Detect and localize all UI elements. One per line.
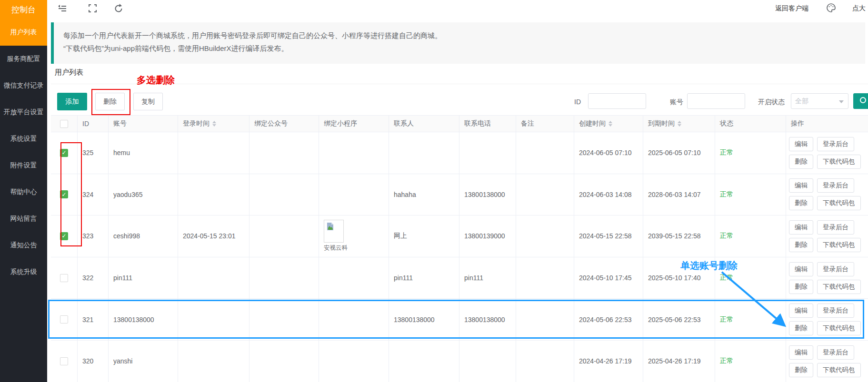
- header-official-account: 绑定公众号: [249, 116, 319, 132]
- cell-contact: pin111: [389, 257, 459, 299]
- row-checkbox[interactable]: [60, 190, 68, 198]
- edit-button[interactable]: 编辑: [789, 304, 813, 318]
- admin-console-page: 控制台 用户列表 服务商配置 微信支付记录 开放平台设置 系统设置 附件设置 帮…: [0, 0, 868, 382]
- login-backend-button[interactable]: 登录后台: [817, 262, 854, 276]
- status-badge: 正常: [715, 257, 786, 299]
- cell-id: 323: [78, 215, 109, 257]
- edit-button[interactable]: 编辑: [789, 262, 813, 276]
- id-filter-input[interactable]: [588, 93, 646, 109]
- edit-button[interactable]: 编辑: [789, 137, 813, 151]
- row-delete-button[interactable]: 删除: [789, 363, 813, 377]
- fullscreen-icon[interactable]: [88, 4, 98, 13]
- login-backend-button[interactable]: 登录后台: [817, 304, 854, 318]
- table-row: 321 13800138000 13800138000 13800138000 …: [51, 299, 868, 341]
- delete-button[interactable]: 删除: [95, 93, 125, 110]
- status-filter-select[interactable]: 全部: [791, 93, 848, 109]
- banner-line-1: 每添加一个用户代表新开一个商城系统，用户用账号密码登录后即可绑定自己的公众号、小…: [63, 29, 860, 42]
- status-filter-label: 开启状态: [758, 98, 785, 107]
- sidebar-item-notice[interactable]: 通知公告: [0, 232, 47, 259]
- cell-mini-program: [319, 341, 389, 382]
- cell-remark: [516, 215, 574, 257]
- row-checkbox[interactable]: [60, 149, 68, 157]
- login-backend-button[interactable]: 登录后台: [817, 178, 854, 193]
- cell-phone: 13800139000: [459, 215, 516, 257]
- cell-login-time: [178, 132, 249, 174]
- cell-account: 13800138000: [109, 299, 178, 340]
- refresh-icon[interactable]: [114, 4, 123, 13]
- cell-remark: [516, 299, 574, 340]
- login-backend-button[interactable]: 登录后台: [817, 220, 854, 235]
- search-button[interactable]: [853, 93, 868, 109]
- header-remark: 备注: [516, 116, 574, 132]
- row-checkbox[interactable]: [60, 357, 68, 365]
- add-button[interactable]: 添加: [57, 93, 87, 110]
- download-package-button[interactable]: 下载代码包: [817, 363, 861, 377]
- account-filter-label: 账号: [670, 98, 683, 107]
- row-delete-button[interactable]: 删除: [789, 155, 813, 169]
- copy-button[interactable]: 复制: [133, 93, 163, 110]
- account-filter-input[interactable]: [687, 93, 745, 109]
- sidebar-item-site-messages[interactable]: 网站留言: [0, 206, 47, 232]
- row-delete-button[interactable]: 删除: [789, 321, 813, 335]
- cell-mini-program: 安视云科: [319, 215, 389, 257]
- theme-palette-icon[interactable]: [826, 3, 836, 12]
- header-account: 账号: [109, 116, 178, 132]
- sort-icon[interactable]: [678, 121, 681, 127]
- download-package-button[interactable]: 下载代码包: [817, 238, 861, 252]
- sidebar-item-attachment-settings[interactable]: 附件设置: [0, 152, 47, 179]
- row-delete-button[interactable]: 删除: [789, 196, 813, 210]
- cell-remark: [516, 341, 574, 382]
- row-delete-button[interactable]: 删除: [789, 280, 813, 294]
- collapse-menu-icon[interactable]: [58, 4, 67, 13]
- brand-text[interactable]: 点大: [852, 4, 866, 13]
- table-row: 323 ceshi998 2024-05-15 23:01 安视云科 网上 13…: [51, 215, 868, 257]
- row-delete-button[interactable]: 删除: [789, 238, 813, 252]
- header-contact: 联系人: [389, 116, 459, 132]
- edit-button[interactable]: 编辑: [789, 345, 813, 360]
- cell-login-time: 2024-05-15 23:01: [178, 215, 249, 257]
- edit-button[interactable]: 编辑: [789, 178, 813, 193]
- sidebar-item-provider-config[interactable]: 服务商配置: [0, 46, 47, 72]
- cell-official-account: [249, 215, 319, 257]
- row-checkbox[interactable]: [60, 315, 68, 323]
- sidebar-item-open-platform[interactable]: 开放平台设置: [0, 99, 47, 126]
- sort-icon[interactable]: [609, 121, 612, 127]
- status-badge: 正常: [715, 341, 786, 382]
- cell-id: 321: [78, 299, 109, 340]
- actions-cell: 编辑登录后台 删除下载代码包: [786, 215, 868, 257]
- sidebar-item-help-center[interactable]: 帮助中心: [0, 179, 47, 206]
- back-to-client-link[interactable]: 返回客户端: [775, 4, 808, 13]
- table-header-row: ID 账号 登录时间 绑定公众号 绑定小程序 联系人 联系电话 备注 创建时间 …: [51, 115, 868, 132]
- info-banner: 每添加一个用户代表新开一个商城系统，用户用账号密码登录后即可绑定自己的公众号、小…: [51, 22, 865, 64]
- download-package-button[interactable]: 下载代码包: [817, 280, 861, 294]
- edit-button[interactable]: 编辑: [789, 220, 813, 235]
- cell-account: yaodu365: [109, 174, 178, 215]
- sidebar-item-user-list[interactable]: 用户列表: [0, 19, 47, 46]
- cell-id: 324: [78, 174, 109, 215]
- download-package-button[interactable]: 下载代码包: [817, 155, 861, 169]
- sidebar-item-system-settings[interactable]: 系统设置: [0, 126, 47, 152]
- cell-mini-program: [319, 174, 389, 215]
- cell-login-time: [178, 299, 249, 340]
- cell-remark: [516, 257, 574, 299]
- header-id: ID: [78, 116, 109, 132]
- table-row: 324 yaodu365 hahaha 13800138000 2024-06-…: [51, 174, 868, 216]
- cell-remark: [516, 174, 574, 215]
- row-checkbox[interactable]: [60, 232, 68, 240]
- cell-phone: [459, 341, 516, 382]
- download-package-button[interactable]: 下载代码包: [817, 196, 861, 210]
- annotation-multi-delete-label: 多选删除: [137, 74, 175, 87]
- status-badge: 正常: [715, 215, 786, 257]
- row-checkbox[interactable]: [60, 274, 68, 282]
- cell-create-time: 2024-04-26 17:19: [574, 341, 643, 382]
- login-backend-button[interactable]: 登录后台: [817, 137, 854, 151]
- cell-id: 322: [78, 257, 109, 299]
- select-all-checkbox[interactable]: [60, 120, 68, 128]
- sort-icon[interactable]: [212, 121, 216, 127]
- cell-contact: hahaha: [389, 174, 459, 215]
- login-backend-button[interactable]: 登录后台: [817, 345, 854, 360]
- sidebar-item-system-upgrade[interactable]: 系统升级: [0, 259, 47, 285]
- sidebar-item-wechat-pay-records[interactable]: 微信支付记录: [0, 72, 47, 99]
- cell-account: ceshi998: [109, 215, 178, 257]
- download-package-button[interactable]: 下载代码包: [817, 321, 861, 335]
